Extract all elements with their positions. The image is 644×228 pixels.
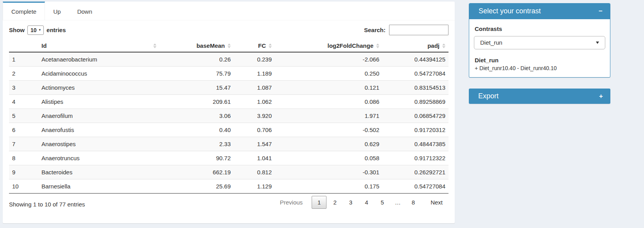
- search-control: Search:: [364, 25, 448, 35]
- table-row[interactable]: 5Anaerofilum3.063.9201.9710.06854729: [9, 109, 448, 123]
- search-label: Search:: [364, 27, 386, 33]
- row-index-cell: 3: [9, 81, 38, 95]
- column-header-padj[interactable]: padj: [382, 40, 448, 52]
- collapse-icon[interactable]: −: [597, 7, 605, 15]
- column-label-id: Id: [41, 42, 47, 49]
- column-label-fc: FC: [258, 42, 266, 49]
- basemean-cell: 3.06: [160, 109, 234, 123]
- table-row[interactable]: 6Anaerofustis0.400.706-0.5020.91720312: [9, 123, 448, 137]
- padj-cell: 0.48447385: [382, 137, 448, 151]
- log2fc-cell: 0.629: [275, 137, 382, 151]
- id-cell: Actinomyces: [38, 81, 160, 95]
- page-button-8[interactable]: 8: [406, 196, 421, 209]
- chevron-down-icon: ▾: [39, 28, 41, 32]
- fc-cell: 0.706: [234, 123, 275, 137]
- id-cell: Anaerostipes: [38, 137, 160, 151]
- basemean-cell: 2.33: [160, 137, 234, 151]
- fc-cell: 0.239: [234, 52, 275, 67]
- table-controls: Show 10 ▾ entries Search:: [9, 25, 448, 35]
- table-info: Showing 1 to 10 of 77 entries: [9, 201, 85, 208]
- id-cell: Anaerofilum: [38, 109, 160, 123]
- contrast-box-title: Select your contrast: [479, 7, 541, 16]
- page-length-select[interactable]: 10 ▾: [27, 25, 44, 35]
- column-header-basemean[interactable]: baseMean: [160, 40, 234, 52]
- search-input[interactable]: [389, 25, 448, 35]
- page-button-2[interactable]: 2: [327, 196, 342, 209]
- table-row[interactable]: 10Barnesiella25.691.1290.1750.54727084: [9, 179, 448, 194]
- fc-cell: 1.087: [234, 81, 275, 95]
- padj-cell: 0.44394125: [382, 52, 448, 67]
- pagination-ellipsis: …: [391, 196, 405, 209]
- export-box-header: Export +: [469, 89, 610, 104]
- contrast-formula: + Diet_runr10.40 - Diet_runr40.10: [475, 65, 605, 71]
- page-button-3[interactable]: 3: [343, 196, 358, 209]
- page-button-4[interactable]: 4: [359, 196, 374, 209]
- log2fc-cell: 0.250: [275, 67, 382, 81]
- entries-label: entries: [47, 27, 66, 33]
- previous-button[interactable]: Previous: [274, 196, 309, 209]
- padj-cell: 0.91712322: [382, 151, 448, 165]
- log2fc-cell: 1.971: [275, 109, 382, 123]
- table-row[interactable]: 7Anaerostipes2.331.5470.6290.48447385: [9, 137, 448, 151]
- table-row[interactable]: 8Anaerotruncus90.721.0410.0580.91712322: [9, 151, 448, 165]
- padj-cell: 0.54727084: [382, 179, 448, 194]
- contrast-box: Select your contrast − Contrasts Diet_ru…: [469, 3, 610, 78]
- id-cell: Alistipes: [38, 95, 160, 109]
- column-label-padj: padj: [427, 42, 439, 49]
- column-label-log2foldchange: log2FoldChange: [328, 42, 374, 49]
- column-header-id[interactable]: Id: [38, 40, 160, 52]
- row-index-cell: 6: [9, 123, 38, 137]
- row-index-cell: 9: [9, 165, 38, 179]
- padj-cell: 0.89258869: [382, 95, 448, 109]
- basemean-cell: 75.79: [160, 67, 234, 81]
- row-index-cell: 5: [9, 109, 38, 123]
- next-button[interactable]: Next: [425, 196, 448, 209]
- fc-cell: 1.547: [234, 137, 275, 151]
- table-row[interactable]: 2Acidaminococcus75.791.1890.2500.5472708…: [9, 67, 448, 81]
- log2fc-cell: -0.301: [275, 165, 382, 179]
- id-cell: Anaerofustis: [38, 123, 160, 137]
- sort-icon: [228, 43, 231, 48]
- contrast-box-header: Select your contrast −: [469, 4, 610, 19]
- sidebar-column: Select your contrast − Contrasts Diet_ru…: [469, 3, 610, 115]
- log2fc-cell: -0.502: [275, 123, 382, 137]
- log2fc-cell: 0.175: [275, 179, 382, 194]
- id-cell: Anaerotruncus: [38, 151, 160, 165]
- row-index-cell: 8: [9, 151, 38, 165]
- padj-cell: 0.54727084: [382, 67, 448, 81]
- tab-up[interactable]: Up: [45, 2, 69, 20]
- log2fc-cell: -2.066: [275, 52, 382, 67]
- table-row[interactable]: 9Bacteroides662.190.812-0.3010.26292721: [9, 165, 448, 179]
- table-row[interactable]: 3Actinomyces15.471.0870.1210.83154513: [9, 81, 448, 95]
- table-panel: Show 10 ▾ entries Search: Id: [3, 20, 455, 209]
- log2fc-cell: 0.058: [275, 151, 382, 165]
- column-header-log2foldchange[interactable]: log2FoldChange: [275, 40, 382, 52]
- basemean-cell: 0.40: [160, 123, 234, 137]
- row-index-cell: 7: [9, 137, 38, 151]
- row-index-cell: 2: [9, 67, 38, 81]
- fc-cell: 1.041: [234, 151, 275, 165]
- tab-complete[interactable]: Complete: [3, 2, 45, 20]
- basemean-cell: 90.72: [160, 151, 234, 165]
- contrast-select-value: Diet_run: [480, 39, 502, 46]
- basemean-cell: 0.26: [160, 52, 234, 67]
- fc-cell: 0.812: [234, 165, 275, 179]
- contrast-select[interactable]: Diet_run: [474, 36, 605, 49]
- table-footer: Showing 1 to 10 of 77 entries Previous 1…: [9, 194, 448, 209]
- expand-icon[interactable]: +: [597, 92, 605, 100]
- fc-cell: 1.062: [234, 95, 275, 109]
- page-button-1[interactable]: 1: [312, 196, 326, 209]
- row-index-cell: 4: [9, 95, 38, 109]
- column-header-fc[interactable]: FC: [234, 40, 275, 52]
- padj-cell: 0.06854729: [382, 109, 448, 123]
- column-header-index: [9, 40, 38, 52]
- page-button-5[interactable]: 5: [375, 196, 389, 209]
- row-index-cell: 10: [9, 179, 38, 194]
- log2fc-cell: 0.086: [275, 95, 382, 109]
- basemean-cell: 209.61: [160, 95, 234, 109]
- table-row[interactable]: 4Alistipes209.611.0620.0860.89258869: [9, 95, 448, 109]
- tab-down[interactable]: Down: [69, 2, 100, 20]
- results-card: Complete Up Down Show 10 ▾ entries Searc…: [3, 2, 455, 223]
- sort-icon: [376, 43, 379, 48]
- table-row[interactable]: 1Acetanaerobacterium0.260.239-2.0660.443…: [9, 52, 448, 67]
